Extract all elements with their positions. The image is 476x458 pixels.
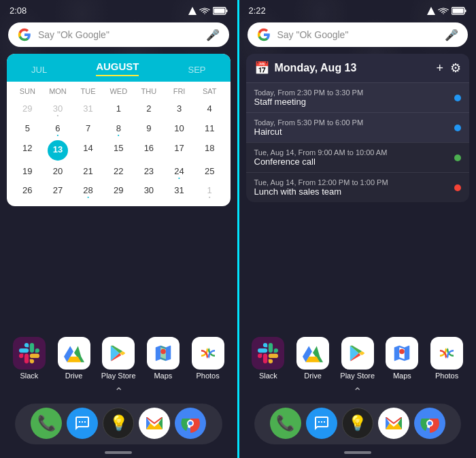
maps-icon[interactable] bbox=[147, 337, 180, 370]
drive-icon[interactable] bbox=[58, 337, 90, 370]
cal-day[interactable]: 16 bbox=[134, 139, 165, 162]
cal-day[interactable]: 18 bbox=[194, 139, 225, 162]
messages-dock-icon[interactable] bbox=[67, 408, 98, 439]
right-chevron-up-icon[interactable]: ⌃ bbox=[246, 382, 470, 401]
cal-day[interactable]: 30 bbox=[134, 181, 165, 201]
chrome-dock-icon[interactable] bbox=[175, 408, 206, 439]
right-chrome-dock-icon[interactable] bbox=[414, 408, 445, 439]
app-item-slack[interactable]: Slack bbox=[10, 337, 48, 380]
svg-rect-12 bbox=[453, 8, 464, 13]
cal-day[interactable]: 17 bbox=[164, 139, 194, 162]
right-app-item-drive[interactable]: Drive bbox=[294, 337, 332, 380]
event-item-1[interactable]: Today, From 2:30 PM to 3:30 PM Staff mee… bbox=[246, 82, 470, 112]
cal-day[interactable]: 14 bbox=[73, 139, 103, 162]
gmail-dock-icon[interactable] bbox=[139, 408, 170, 439]
app-item-maps[interactable]: Maps bbox=[144, 337, 182, 380]
days-of-week: SUN MON TUE WED THU FRI SAT bbox=[12, 84, 225, 98]
cal-day[interactable]: 12 bbox=[12, 139, 43, 162]
app-label-maps: Maps bbox=[154, 372, 172, 380]
right-app-item-playstore[interactable]: Play Store bbox=[339, 337, 377, 380]
event-1-info: Today, From 2:30 PM to 3:30 PM Staff mee… bbox=[254, 88, 448, 107]
right-drive-icon[interactable] bbox=[296, 337, 329, 370]
cal-month-sep[interactable]: SEP bbox=[188, 65, 205, 76]
cal-month-aug[interactable]: AUGUST bbox=[96, 61, 139, 76]
right-phone-dock-icon[interactable]: 📞 bbox=[270, 408, 301, 439]
right-photos-icon[interactable] bbox=[430, 337, 463, 370]
cal-day[interactable]: 25 bbox=[194, 162, 225, 182]
cal-day[interactable]: 28 bbox=[73, 181, 103, 201]
cal-day[interactable]: 29 bbox=[103, 181, 134, 201]
events-settings-button[interactable]: ⚙ bbox=[450, 61, 461, 76]
cal-day[interactable]: 31 bbox=[73, 99, 103, 119]
event-item-2[interactable]: Today, From 5:30 PM to 6:00 PM Haircut bbox=[246, 112, 470, 142]
cal-day[interactable]: 20 bbox=[43, 162, 73, 182]
cal-today[interactable]: 13 bbox=[48, 140, 68, 161]
events-date: Monday, Aug 13 bbox=[275, 62, 431, 74]
event-item-4[interactable]: Tue, Aug 14, From 12:00 PM to 1:00 PM Lu… bbox=[246, 172, 470, 202]
chevron-up-icon[interactable]: ⌃ bbox=[7, 382, 231, 401]
right-status-bar: 2:22 bbox=[239, 0, 477, 18]
cal-day[interactable]: 10 bbox=[164, 119, 194, 139]
photos-icon[interactable] bbox=[192, 337, 224, 370]
cal-day[interactable]: 24 bbox=[164, 162, 194, 182]
right-screen: 2:22 Say "Ok Google" bbox=[239, 0, 477, 458]
cal-day[interactable]: 7 bbox=[73, 119, 103, 139]
left-search-bar[interactable]: Say "Ok Google" 🎤 bbox=[8, 22, 229, 47]
right-playstore-icon[interactable] bbox=[341, 337, 374, 370]
calendar-widget: JUL AUGUST SEP SUN MON TUE WED THU FRI S… bbox=[7, 54, 231, 206]
events-add-button[interactable]: + bbox=[436, 61, 443, 76]
app-item-drive[interactable]: Drive bbox=[55, 337, 93, 380]
calendar-header: JUL AUGUST SEP bbox=[7, 54, 231, 82]
right-google-g-icon bbox=[257, 28, 271, 42]
cal-day[interactable]: 26 bbox=[12, 181, 43, 201]
cal-day[interactable]: 15 bbox=[103, 139, 134, 162]
cal-day[interactable]: 1 bbox=[194, 181, 225, 201]
bulb-dock-icon[interactable]: 💡 bbox=[103, 408, 134, 439]
right-app-item-slack[interactable]: Slack bbox=[249, 337, 287, 380]
slack-icon[interactable] bbox=[13, 337, 46, 370]
cal-day[interactable]: 22 bbox=[103, 162, 134, 182]
dow-fri: FRI bbox=[164, 84, 194, 98]
right-mic-icon[interactable]: 🎤 bbox=[445, 29, 458, 42]
event-item-3[interactable]: Tue, Aug 14, From 9:00 AM to 10:00 AM Co… bbox=[246, 142, 470, 172]
app-label-slack: Slack bbox=[20, 372, 38, 380]
cal-day[interactable]: 27 bbox=[43, 181, 73, 201]
cal-day[interactable]: 21 bbox=[73, 162, 103, 182]
cal-day[interactable]: 31 bbox=[164, 181, 194, 201]
cal-month-jul[interactable]: JUL bbox=[31, 65, 47, 76]
event-4-time: Tue, Aug 14, From 12:00 PM to 1:00 PM bbox=[254, 178, 448, 186]
cal-day[interactable]: 5 bbox=[12, 119, 43, 139]
right-bulb-dock-icon[interactable]: 💡 bbox=[342, 408, 373, 439]
app-item-photos[interactable]: Photos bbox=[189, 337, 227, 380]
cal-day[interactable]: 4 bbox=[194, 99, 225, 119]
app-item-playstore[interactable]: Play Store bbox=[99, 337, 137, 380]
cal-day[interactable]: 19 bbox=[12, 162, 43, 182]
svg-point-8 bbox=[188, 421, 192, 425]
right-app-item-photos[interactable]: Photos bbox=[428, 337, 466, 380]
cal-day[interactable]: 11 bbox=[194, 119, 225, 139]
cal-day[interactable]: 23 bbox=[134, 162, 165, 182]
cal-day[interactable]: 2 bbox=[134, 99, 165, 119]
cal-day[interactable]: 9 bbox=[134, 119, 165, 139]
cal-day[interactable]: 8 bbox=[103, 119, 134, 139]
right-wifi-icon bbox=[438, 7, 449, 15]
cal-day[interactable]: 3 bbox=[164, 99, 194, 119]
right-gmail-dock-icon[interactable] bbox=[378, 408, 409, 439]
right-app-label-slack: Slack bbox=[259, 372, 277, 380]
left-bottom-dock: 📞 💡 bbox=[15, 404, 222, 444]
event-1-dot bbox=[454, 95, 461, 101]
left-mic-icon[interactable]: 🎤 bbox=[206, 29, 220, 42]
event-3-title: Conference call bbox=[254, 157, 448, 167]
right-slack-icon[interactable] bbox=[252, 337, 284, 370]
cal-day[interactable]: 1 bbox=[103, 99, 134, 119]
cal-day[interactable]: 6 bbox=[43, 119, 73, 139]
cal-day[interactable]: 30 bbox=[43, 99, 73, 119]
phone-dock-icon[interactable]: 📞 bbox=[31, 408, 62, 439]
right-maps-icon[interactable] bbox=[386, 337, 418, 370]
right-messages-dock-icon[interactable] bbox=[306, 408, 337, 439]
playstore-icon[interactable] bbox=[102, 337, 135, 370]
svg-marker-0 bbox=[188, 7, 197, 15]
cal-day[interactable]: 29 bbox=[12, 99, 43, 119]
right-app-item-maps[interactable]: Maps bbox=[383, 337, 421, 380]
right-search-bar[interactable]: Say "Ok Google" 🎤 bbox=[248, 22, 469, 47]
